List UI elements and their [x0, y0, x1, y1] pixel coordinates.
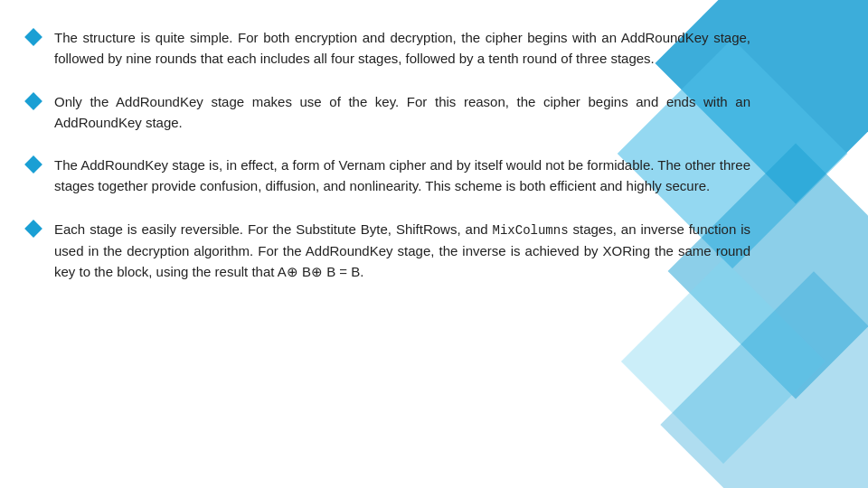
- bullet-diamond-icon: [24, 220, 42, 238]
- bullet-text: Each stage is easily reversible. For the…: [54, 219, 750, 283]
- bullet-text: The structure is quite simple. For both …: [54, 27, 750, 70]
- list-item: The structure is quite simple. For both …: [27, 27, 750, 70]
- list-item: Only the AddRoundKey stage makes use of …: [27, 91, 750, 134]
- bullet-diamond-icon: [24, 28, 42, 46]
- list-item: Each stage is easily reversible. For the…: [27, 219, 750, 283]
- bullet-text-part: Each stage is easily reversible. For the…: [54, 221, 750, 280]
- bullet-diamond-icon: [24, 155, 42, 174]
- bullet-text: Only the AddRoundKey stage makes use of …: [54, 91, 750, 134]
- bullet-text: The AddRoundKey stage is, in effect, a f…: [54, 155, 750, 197]
- list-item: The AddRoundKey stage is, in effect, a f…: [27, 155, 750, 197]
- monospace-text: MixColumns: [493, 223, 569, 238]
- main-content: The structure is quite simple. For both …: [0, 0, 787, 323]
- bullet-diamond-icon: [24, 92, 42, 110]
